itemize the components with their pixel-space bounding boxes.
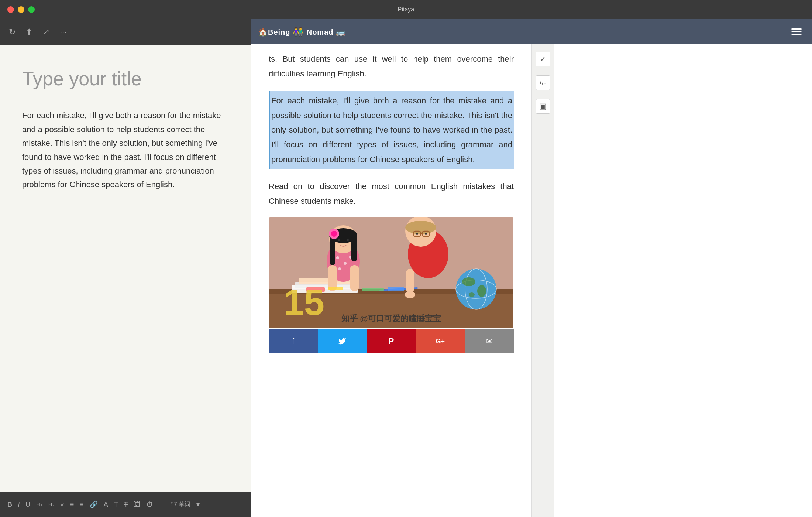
article-intro-text: ts. But students can use it well to help… xyxy=(269,52,514,81)
bold-button[interactable]: B xyxy=(7,501,12,509)
h2-button[interactable]: H₂ xyxy=(48,501,55,508)
svg-point-13 xyxy=(469,292,475,297)
hamburger-line-1 xyxy=(791,28,802,30)
svg-point-25 xyxy=(338,239,340,241)
format-bar: B i U H₁ H₂ « ≡ ≡ 🔗 A T T 🖼 ⏱ 57 单词 ▾ xyxy=(0,492,251,517)
svg-point-35 xyxy=(416,233,418,235)
logo-text: 🏠Being 👫 Nomad 🚌 xyxy=(258,27,345,37)
editor-body-text[interactable]: For each mistake, I'll give both a reaso… xyxy=(22,109,229,191)
hamburger-line-3 xyxy=(791,34,802,35)
social-share-bar: f P G+ ✉ xyxy=(269,329,514,353)
minimize-button[interactable] xyxy=(18,6,24,13)
pinterest-share-button[interactable]: P xyxy=(367,329,416,353)
svg-point-38 xyxy=(405,291,415,298)
ordered-list-button[interactable]: ≡ xyxy=(80,501,84,509)
zhihu-watermark: 知乎 @可口可爱的瞌睡宝宝 xyxy=(341,313,441,324)
svg-point-16 xyxy=(344,262,347,265)
svg-point-18 xyxy=(338,267,341,270)
article-area: ts. But students can use it well to help… xyxy=(251,44,531,517)
svg-rect-41 xyxy=(362,288,384,291)
hamburger-line-2 xyxy=(791,31,802,32)
stamp-icon[interactable]: ▣ xyxy=(536,99,550,114)
browser-logo: 🏠Being 👫 Nomad 🚌 xyxy=(258,27,788,37)
editor-content[interactable]: Type your title For each mistake, I'll g… xyxy=(0,45,251,492)
article-intro-content: ts. But students can use it well to help… xyxy=(269,54,514,78)
strikethrough-button[interactable]: T xyxy=(124,501,128,509)
svg-point-26 xyxy=(347,239,349,241)
svg-rect-22 xyxy=(351,236,357,261)
format-separator xyxy=(161,501,161,508)
fullscreen-icon[interactable]: ⤢ xyxy=(43,27,49,37)
italic-button[interactable]: i xyxy=(18,501,20,509)
number-badge: 15 xyxy=(283,284,324,321)
font-t-button[interactable]: T xyxy=(114,501,118,509)
title-bar: Pitaya xyxy=(0,0,812,19)
close-button[interactable] xyxy=(7,6,14,13)
svg-point-12 xyxy=(477,285,486,297)
svg-rect-42 xyxy=(388,287,404,291)
svg-point-15 xyxy=(336,256,339,259)
browser-body: ts. But students can use it well to help… xyxy=(251,44,812,517)
text-color-button[interactable]: A xyxy=(104,501,108,509)
logo-icon-area: 🏠Being 👫 Nomad 🚌 xyxy=(258,27,345,37)
main-layout: ↻ ⬆ ⤢ ··· Type your title For each mista… xyxy=(0,19,812,517)
app-title: Pitaya xyxy=(398,6,414,13)
maximize-button[interactable] xyxy=(28,6,35,13)
formula-icon[interactable]: +/= xyxy=(536,75,550,90)
underline-button[interactable]: U xyxy=(25,501,30,509)
right-sidebar: ✓ +/= ▣ xyxy=(531,44,554,517)
svg-rect-37 xyxy=(406,269,414,293)
hamburger-menu-button[interactable] xyxy=(788,25,805,38)
checkbox-icon[interactable]: ✓ xyxy=(536,52,550,66)
svg-point-36 xyxy=(425,233,427,235)
gplus-share-button[interactable]: G+ xyxy=(416,329,465,353)
refresh-icon[interactable]: ↻ xyxy=(9,27,16,37)
article-read-on-text: Read on to discover the most common Engl… xyxy=(269,179,514,208)
editor-toolbar: ↻ ⬆ ⤢ ··· xyxy=(0,19,251,45)
word-count: 57 单词 xyxy=(171,501,190,509)
facebook-share-button[interactable]: f xyxy=(269,329,318,353)
svg-rect-28 xyxy=(350,265,359,291)
svg-point-24 xyxy=(331,231,337,237)
bullet-list-button[interactable]: ≡ xyxy=(70,501,74,509)
link-button[interactable]: 🔗 xyxy=(90,500,98,509)
image-button[interactable]: 🖼 xyxy=(134,501,141,509)
clock-button[interactable]: ⏱ xyxy=(147,501,153,509)
svg-rect-21 xyxy=(330,236,335,265)
browser-topbar: 🏠Being 👫 Nomad 🚌 xyxy=(251,19,812,44)
word-count-dropdown[interactable]: ▾ xyxy=(196,500,200,509)
share-icon[interactable]: ⬆ xyxy=(26,27,32,37)
editor-panel: ↻ ⬆ ⤢ ··· Type your title For each mista… xyxy=(0,19,251,517)
browser-panel: 🏠Being 👫 Nomad 🚌 ts. But students can us… xyxy=(251,19,812,517)
article-image: 15 知乎 @可口可爱的瞌睡宝宝 xyxy=(269,217,514,328)
window-controls xyxy=(7,6,35,13)
email-share-button[interactable]: ✉ xyxy=(465,329,514,353)
svg-point-11 xyxy=(462,277,475,286)
article-highlighted-paragraph: For each mistake, I'll give both a reaso… xyxy=(269,91,514,169)
svg-rect-40 xyxy=(328,287,343,290)
h1-button[interactable]: H₁ xyxy=(36,501,42,508)
twitter-share-button[interactable] xyxy=(318,329,367,353)
quote-button[interactable]: « xyxy=(61,501,64,509)
editor-title-placeholder[interactable]: Type your title xyxy=(22,67,229,90)
more-icon[interactable]: ··· xyxy=(60,27,66,37)
